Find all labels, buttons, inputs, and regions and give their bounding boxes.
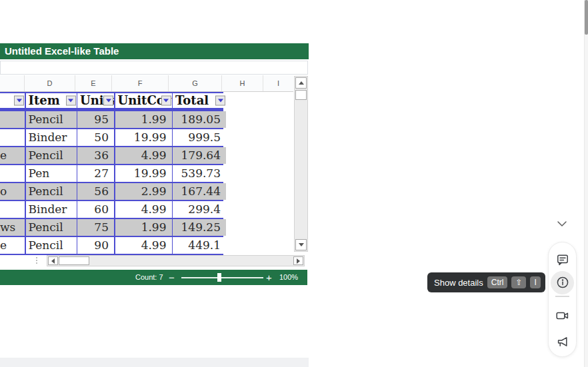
cell[interactable]: [0, 111, 25, 129]
cell[interactable]: 167.44: [173, 183, 226, 200]
zoom-in-button[interactable]: +: [266, 270, 272, 285]
cell[interactable]: 179.64: [173, 147, 226, 165]
zoom-level-label[interactable]: 100%: [279, 270, 298, 285]
cell[interactable]: 90: [77, 237, 114, 254]
header-cell-rep[interactable]: [0, 93, 25, 109]
window-title: Untitled Excel-like Table: [5, 45, 119, 57]
horizontal-scroll-thumb[interactable]: [59, 256, 89, 265]
column-header-e[interactable]: E: [75, 75, 112, 91]
chevron-down-icon: [106, 99, 111, 102]
cell[interactable]: Binder: [26, 129, 77, 147]
bottom-toolbar-strip: [0, 358, 309, 367]
cell[interactable]: 50: [77, 129, 114, 147]
cell[interactable]: 2.99: [115, 183, 172, 200]
zoom-slider-track[interactable]: [181, 277, 263, 278]
cell[interactable]: 19.99: [115, 165, 172, 183]
video-record-button[interactable]: [555, 309, 569, 322]
header-cell-total[interactable]: Total: [173, 93, 226, 109]
drag-handle-dots-icon[interactable]: [36, 257, 37, 264]
header-cell-item[interactable]: Item: [26, 93, 77, 109]
cell[interactable]: 60: [77, 201, 114, 218]
status-bar: Count: 7 − + 100%: [0, 270, 307, 285]
comment-icon: [556, 253, 569, 266]
column-header-c[interactable]: [0, 75, 25, 91]
sheet-horizontal-scrollbar[interactable]: [47, 255, 305, 266]
column-header-i[interactable]: I: [263, 75, 293, 91]
cell[interactable]: Pencil: [26, 237, 77, 254]
filter-dropdown-button[interactable]: [103, 95, 113, 105]
cell[interactable]: Pencil: [26, 219, 77, 236]
cell[interactable]: 4.99: [115, 201, 172, 218]
cell[interactable]: [0, 129, 25, 147]
scroll-up-button[interactable]: [295, 77, 307, 89]
header-label: Total: [175, 93, 209, 107]
scroll-down-button[interactable]: [295, 239, 307, 250]
cell[interactable]: e: [0, 147, 25, 165]
comment-button[interactable]: [555, 253, 569, 266]
chevron-down-icon: [163, 99, 169, 102]
key-ctrl: Ctrl: [487, 276, 508, 288]
sheet-vertical-scrollbar[interactable]: [294, 76, 308, 252]
info-button[interactable]: [555, 276, 569, 289]
vertical-scroll-thumb[interactable]: [295, 90, 307, 100]
triangle-up-icon: [299, 81, 304, 85]
cell[interactable]: 36: [77, 147, 114, 165]
cell[interactable]: 299.4: [173, 201, 226, 218]
cell[interactable]: 4.99: [115, 237, 172, 254]
cell[interactable]: [0, 201, 25, 218]
browser-scrollbar-thumb[interactable]: [585, 0, 588, 35]
cell[interactable]: 75: [77, 219, 114, 236]
count-label: Count: 7: [135, 270, 163, 285]
header-label: Item: [29, 93, 60, 107]
scroll-right-button[interactable]: [293, 256, 303, 265]
formula-bar-input[interactable]: [0, 61, 308, 75]
browser-scrollbar-track[interactable]: [584, 0, 588, 367]
cell[interactable]: ws: [0, 219, 25, 236]
cell[interactable]: 189.05: [173, 111, 226, 129]
filter-dropdown-button[interactable]: [215, 95, 225, 105]
filter-dropdown-button[interactable]: [14, 95, 24, 105]
chevron-down-icon: [218, 99, 223, 102]
chevron-down-icon: [17, 99, 22, 102]
triangle-right-icon: [297, 258, 300, 264]
zoom-out-button[interactable]: −: [169, 270, 175, 285]
cell[interactable]: o: [0, 183, 25, 200]
cell[interactable]: 1.99: [115, 219, 172, 236]
cell[interactable]: [0, 165, 25, 183]
cell[interactable]: 149.25: [173, 219, 226, 236]
filter-dropdown-button[interactable]: [161, 95, 171, 105]
key-i: I: [530, 276, 540, 288]
cell[interactable]: Binder: [26, 201, 77, 218]
cell[interactable]: 56: [77, 183, 114, 200]
header-cell-unitcost[interactable]: UnitCost: [115, 93, 172, 109]
cell[interactable]: Pen: [26, 165, 77, 183]
zoom-slider-thumb[interactable]: [217, 273, 221, 282]
cell[interactable]: 19.99: [115, 129, 172, 147]
cell[interactable]: 449.1: [173, 237, 226, 254]
cell[interactable]: e: [0, 237, 25, 254]
cell[interactable]: Pencil: [26, 111, 77, 129]
header-cell-units[interactable]: Units: [77, 93, 114, 109]
cell[interactable]: 539.73: [173, 165, 226, 183]
column-header-h[interactable]: H: [222, 75, 263, 91]
column-header-d[interactable]: D: [25, 75, 75, 91]
triangle-down-icon: [299, 243, 304, 246]
column-header-f[interactable]: F: [112, 75, 169, 91]
cell[interactable]: 4.99: [115, 147, 172, 165]
cell[interactable]: 27: [77, 165, 114, 183]
cell[interactable]: 999.5: [173, 129, 226, 147]
cell[interactable]: 1.99: [115, 111, 172, 129]
column-header-g[interactable]: G: [169, 75, 222, 91]
cell[interactable]: Pencil: [26, 183, 77, 200]
feedback-button[interactable]: [555, 335, 569, 348]
tooltip-label: Show details: [434, 278, 483, 288]
page: Untitled Excel-like Table D E F G H I It…: [0, 0, 588, 367]
show-details-tooltip: Show details Ctrl ⇧ I: [427, 272, 545, 292]
toolbar-divider: [555, 296, 569, 297]
video-camera-icon: [555, 309, 569, 322]
filter-dropdown-button[interactable]: [66, 95, 76, 105]
collapse-toolbar-button[interactable]: [554, 218, 570, 230]
cell[interactable]: Pencil: [26, 147, 77, 165]
cell[interactable]: 95: [77, 111, 114, 129]
scroll-left-button[interactable]: [48, 256, 58, 265]
